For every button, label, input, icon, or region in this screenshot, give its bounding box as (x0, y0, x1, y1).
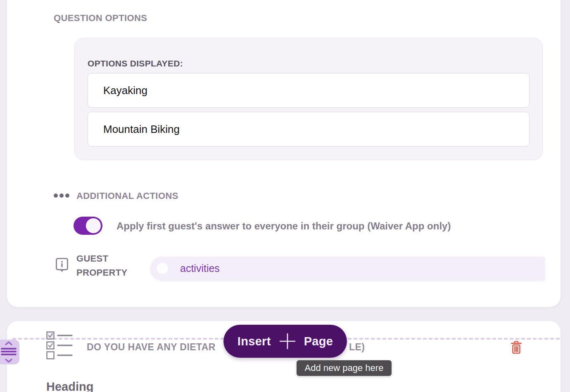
guest-property-value: activities (180, 262, 220, 274)
property-bullet-icon (157, 263, 168, 274)
trash-icon (511, 341, 522, 354)
ellipsis-icon (54, 194, 69, 198)
checkbox-list-icon (46, 331, 73, 361)
heading-label: Heading (46, 380, 93, 392)
guest-property-info-icon[interactable] (55, 257, 69, 273)
apply-first-guest-toggle[interactable] (74, 217, 102, 235)
reorder-arrows-icon (0, 340, 17, 364)
question-title-fragment: LE) (349, 342, 365, 353)
tooltip: Add new page here (297, 360, 392, 376)
apply-first-guest-label: Apply first guest's answer to everyone i… (116, 220, 451, 232)
insert-page-button[interactable]: Insert Page (223, 325, 347, 358)
reorder-page-handle[interactable] (0, 340, 19, 364)
guest-property-label: GUEST PROPERTY (76, 252, 127, 280)
additional-actions-heading: ADDITIONAL ACTIONS (76, 191, 178, 201)
question-options-panel: QUESTION OPTIONS OPTIONS DISPLAYED: Kaya… (7, 0, 560, 307)
option-input[interactable]: Mountain Biking (88, 112, 530, 146)
question-options-heading: QUESTION OPTIONS (54, 13, 147, 24)
options-displayed-card: OPTIONS DISPLAYED: Kayaking Mountain Bik… (74, 38, 543, 160)
options-displayed-label: OPTIONS DISPLAYED: (88, 59, 183, 68)
page-button-label: Page (304, 335, 333, 348)
form-builder-canvas: QUESTION OPTIONS OPTIONS DISPLAYED: Kaya… (0, 0, 570, 392)
question-title-fragment: DO YOU HAVE ANY DIETAR (87, 342, 216, 353)
toggle-knob-icon (86, 218, 101, 233)
insert-button-label: Insert (238, 335, 271, 348)
delete-question-button[interactable] (511, 341, 522, 354)
plus-icon (278, 332, 297, 351)
guest-property-field[interactable]: activities (150, 257, 545, 280)
option-input[interactable]: Kayaking (88, 73, 530, 108)
